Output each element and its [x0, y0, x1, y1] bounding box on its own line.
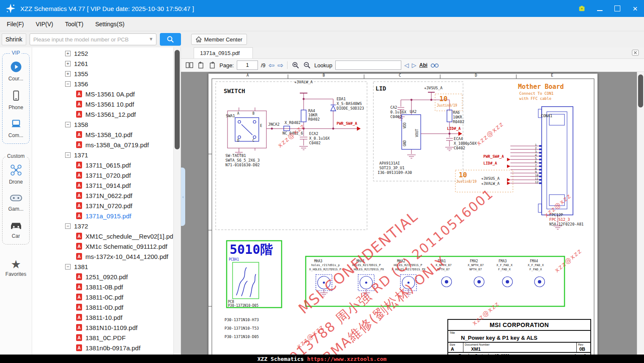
page-number-input[interactable] — [237, 60, 258, 70]
search-button[interactable] — [160, 33, 181, 46]
schematic-label: EDA1 — [337, 97, 346, 101]
expand-icon[interactable]: + — [65, 71, 71, 77]
collapse-icon[interactable]: − — [65, 264, 71, 270]
zoom-in-icon[interactable] — [291, 61, 300, 69]
expand-icon[interactable]: + — [65, 51, 71, 56]
tree-scrollbar[interactable] — [173, 47, 181, 355]
tree-item[interactable]: A13711_0720.pdf — [32, 170, 174, 180]
menu-file[interactable]: File(F) — [7, 21, 24, 28]
schematic-page[interactable]: MSI CORPORATION Title N_Power key & P1 k… — [208, 74, 597, 355]
pdf-file-icon: A — [76, 111, 82, 118]
text-select-icon[interactable]: Abi — [419, 62, 428, 68]
tree-item[interactable]: A1251_0920.pdf — [32, 272, 174, 282]
tree-item[interactable]: A1381n0b-0917a.pdf — [32, 343, 174, 353]
sidebar-item-game[interactable]: Gam... — [3, 192, 28, 212]
statusbar-url[interactable]: https://www.xzztools.com — [307, 356, 386, 362]
tree-item[interactable]: A13711_0914.pdf — [32, 180, 174, 190]
schematic-label: B — [252, 112, 255, 116]
vip-safe-icon[interactable] — [578, 5, 586, 12]
collapse-icon[interactable]: − — [65, 122, 71, 127]
tree-item[interactable]: A13811-0C.pdf — [32, 292, 174, 302]
tree-collapse-handle[interactable]: ‹ — [181, 168, 185, 226]
tree-item[interactable]: −1358 — [32, 119, 174, 129]
maximize-button[interactable] — [614, 5, 621, 12]
tree-item-label: 1371N_0622.pdf — [85, 192, 132, 199]
tree-item[interactable]: −1381 — [32, 261, 174, 272]
tree-item[interactable]: Ams-1372x-10_0414_1200.pdf — [32, 251, 174, 261]
tree-item[interactable]: A13811-0B.pdf — [32, 282, 174, 292]
next-result-icon[interactable]: ▷ — [412, 62, 417, 68]
menu-tool[interactable]: Tool(T) — [65, 21, 84, 28]
close-tab-icon[interactable] — [632, 50, 639, 58]
rotate-right-icon[interactable] — [208, 61, 216, 69]
tree-item[interactable]: A1371N_0720.pdf — [32, 201, 174, 211]
rotate-left-icon[interactable] — [197, 61, 205, 69]
tree-item[interactable]: A13711_0615.pdf — [32, 160, 174, 170]
binoculars-icon[interactable] — [430, 61, 439, 69]
document-scrollbar[interactable] — [637, 72, 644, 355]
document-tab[interactable]: 1371a_0915.pdf — [194, 47, 253, 58]
expand-icon[interactable]: + — [65, 61, 71, 66]
collapse-icon[interactable]: − — [65, 81, 71, 87]
previous-page-icon[interactable]: ⇦ — [269, 62, 274, 69]
tree-item[interactable]: +1252 — [32, 48, 174, 58]
member-center-label: Member Center — [204, 36, 242, 43]
next-page-icon[interactable]: ⇨ — [277, 62, 283, 69]
tree-item[interactable]: AMS-13561 10.pdf — [32, 99, 174, 109]
tree-item[interactable]: A1371a_0915.pdf — [32, 211, 174, 221]
lookup-input[interactable] — [335, 60, 401, 70]
schematic-label: 5010階 — [230, 243, 273, 256]
tree-item[interactable]: +1261 — [32, 58, 174, 69]
sidebar-item-drone[interactable]: Drone — [3, 164, 28, 185]
shrink-button[interactable]: Shrink — [2, 33, 26, 45]
tree-item[interactable]: A1381N10-1109.pdf — [32, 322, 174, 333]
tree-item[interactable]: Ams-1358_0a_0719.pdf — [32, 140, 174, 150]
tree-item[interactable]: AMS-13561_12.pdf — [32, 109, 174, 119]
member-center-button[interactable]: Member Center — [191, 34, 247, 45]
model-search-combobox[interactable]: ▼ — [30, 33, 156, 45]
sidebar-item-phone[interactable]: Phone — [3, 89, 28, 110]
chevron-down-icon[interactable]: ▼ — [149, 36, 156, 42]
minimize-button[interactable] — [596, 5, 603, 12]
menu-settings[interactable]: Settings(S) — [95, 21, 124, 28]
zoom-out-icon[interactable] — [303, 61, 311, 69]
sidebar-item-course[interactable]: Cour... — [3, 60, 28, 82]
two-page-view-icon[interactable] — [185, 61, 194, 69]
schematic-label: PWR_SW#_A — [483, 155, 504, 159]
schematic-label: X_NPTH_87 — [468, 264, 484, 267]
document-scrollbar-thumb[interactable] — [638, 74, 643, 107]
tree-item[interactable]: −1356 — [32, 79, 174, 89]
tree-item[interactable]: AMS-1358_10.pdf — [32, 129, 174, 140]
collapse-icon[interactable]: − — [65, 152, 71, 158]
men-vip[interactable]: VIP(V) — [36, 21, 53, 28]
collapse-icon[interactable]: − — [65, 223, 71, 229]
close-button[interactable]: ✕ — [631, 5, 639, 12]
schematic-label: LID — [375, 85, 386, 92]
tree-item[interactable]: +1355 — [32, 69, 174, 79]
sidebar-item-computer[interactable]: Com... — [3, 118, 28, 138]
pdf-file-icon: A — [76, 294, 82, 300]
tree-item[interactable]: A1371N_0622.pdf — [32, 190, 174, 201]
tree-item[interactable]: A13811-0D.pdf — [32, 302, 174, 312]
schematic-label: N71-0101630-D02 — [225, 163, 260, 167]
tree-item[interactable]: AXM1c Schematic_091112.pdf — [32, 241, 174, 251]
sidebar-item-favorites[interactable]: ★ Favorites — [0, 259, 32, 277]
window-title: XZZ Schematics V4.77 [ VIP Due date: 202… — [20, 5, 194, 12]
menubar: File(F) VIP(V) Tool(T) Settings(S) — [0, 17, 644, 31]
tree-item[interactable]: AMS-13561 0A.pdf — [32, 89, 174, 99]
tree-item[interactable]: A13811-10.pdf — [32, 312, 174, 322]
tree-item[interactable]: AXM1C_schedule__Rev02[1].pdf — [32, 231, 174, 241]
tree-item[interactable]: A1381_0C.PDF — [32, 333, 174, 343]
previous-result-icon[interactable]: ◁ — [404, 62, 409, 68]
schematic-label: JNCA2 — [268, 123, 280, 126]
tree-item[interactable]: −1372 — [32, 221, 174, 231]
sidebar-item-car[interactable]: Car — [3, 220, 28, 239]
tree-item-label: 13711_0914.pdf — [85, 182, 131, 189]
pdf-viewport[interactable]: MSI CORPORATION Title N_Power key & P1 k… — [181, 72, 644, 355]
pdf-file-icon: A — [76, 202, 82, 209]
tree-item[interactable]: −1371 — [32, 150, 174, 160]
tree-scrollbar-thumb[interactable] — [175, 50, 180, 149]
schematic-label: CONA1 — [541, 114, 552, 118]
model-search-input[interactable] — [30, 36, 149, 43]
tree-item-label: 13811-0B.pdf — [85, 283, 123, 291]
